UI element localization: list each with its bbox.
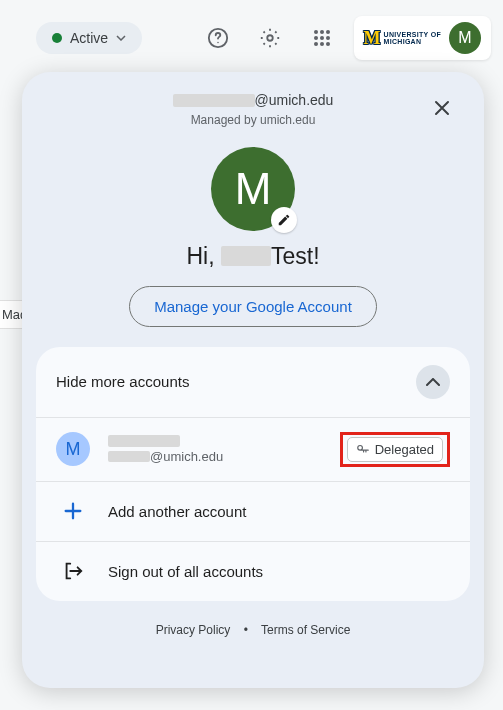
svg-point-10 <box>320 42 324 46</box>
privacy-policy-link[interactable]: Privacy Policy <box>156 623 231 637</box>
help-icon[interactable] <box>198 18 238 58</box>
sign-out-icon <box>56 560 90 582</box>
apps-grid-icon[interactable] <box>302 18 342 58</box>
svg-point-5 <box>326 30 330 34</box>
avatar-wrap: M <box>211 147 295 231</box>
svg-point-7 <box>320 36 324 40</box>
svg-point-6 <box>314 36 318 40</box>
status-dot-icon <box>52 33 62 43</box>
account-panel: @umich.edu Managed by umich.edu M Hi, Te… <box>22 72 484 688</box>
terms-link[interactable]: Terms of Service <box>261 623 350 637</box>
highlight-box: Delegated <box>340 432 450 467</box>
greeting: Hi, Test! <box>32 243 474 270</box>
settings-icon[interactable] <box>250 18 290 58</box>
status-pill[interactable]: Active <box>36 22 142 54</box>
svg-point-1 <box>217 42 218 43</box>
account-email: @umich.edu <box>173 92 334 108</box>
status-label: Active <box>70 30 108 46</box>
pencil-icon <box>277 213 291 227</box>
svg-point-4 <box>320 30 324 34</box>
managed-by-text: Managed by umich.edu <box>72 113 434 127</box>
top-bar: Active M UNIVERSITY OF MICHIGAN M <box>0 0 503 70</box>
redacted-text <box>173 94 255 107</box>
edit-avatar-button[interactable] <box>271 207 297 233</box>
svg-point-3 <box>314 30 318 34</box>
delegated-account-row[interactable]: M @umich.edu Delegated <box>36 417 470 481</box>
close-icon <box>432 98 452 118</box>
panel-header: @umich.edu Managed by umich.edu <box>32 92 474 127</box>
separator-dot: • <box>244 623 248 637</box>
redacted-text <box>108 451 150 462</box>
manage-account-button[interactable]: Manage your Google Account <box>129 286 377 327</box>
sign-out-label: Sign out of all accounts <box>108 563 263 580</box>
add-account-label: Add another account <box>108 503 246 520</box>
org-badge[interactable]: M UNIVERSITY OF MICHIGAN M <box>354 16 491 60</box>
key-icon <box>356 442 370 456</box>
redacted-text <box>108 435 180 447</box>
umich-logo-icon: M UNIVERSITY OF MICHIGAN <box>364 28 441 49</box>
svg-point-11 <box>326 42 330 46</box>
hide-accounts-label: Hide more accounts <box>56 373 189 390</box>
hide-accounts-toggle[interactable]: Hide more accounts <box>36 347 470 417</box>
account-avatar: M <box>56 432 90 466</box>
chevron-down-icon <box>116 35 126 41</box>
avatar-small: M <box>449 22 481 54</box>
close-button[interactable] <box>424 90 460 126</box>
account-info: @umich.edu <box>108 435 322 464</box>
delegated-badge: Delegated <box>347 437 443 462</box>
chevron-up-icon <box>416 365 450 399</box>
footer-links: Privacy Policy • Terms of Service <box>32 623 474 637</box>
sign-out-all[interactable]: Sign out of all accounts <box>36 541 470 601</box>
svg-point-8 <box>326 36 330 40</box>
add-another-account[interactable]: Add another account <box>36 481 470 541</box>
plus-icon <box>56 500 90 522</box>
svg-point-9 <box>314 42 318 46</box>
svg-point-2 <box>267 35 273 41</box>
redacted-text <box>221 246 271 266</box>
accounts-card: Hide more accounts M @umich.edu Delegate… <box>36 347 470 601</box>
